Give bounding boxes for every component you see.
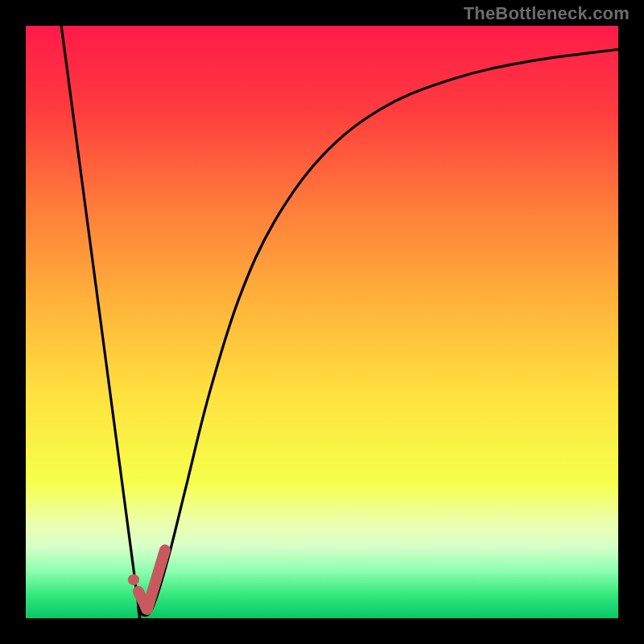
optimal-dot-marker: [128, 574, 139, 585]
curve-layer: [26, 26, 618, 618]
watermark-text: TheBottleneck.com: [464, 3, 630, 24]
plot-area: [26, 26, 618, 618]
bottleneck-curve: [61, 26, 618, 618]
optimal-tick-marker: [138, 550, 165, 609]
outer-frame: TheBottleneck.com: [0, 0, 644, 644]
